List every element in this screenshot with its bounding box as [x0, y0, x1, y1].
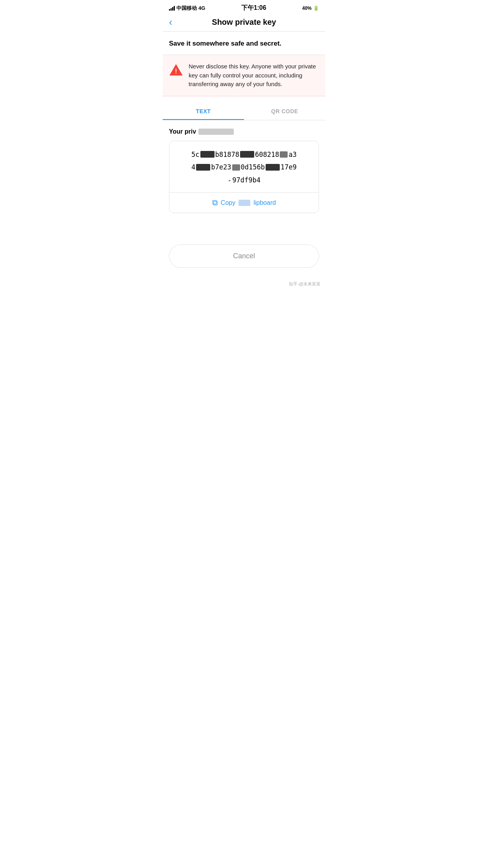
safe-secret-section: Save it somewhere safe and secret.	[163, 32, 325, 55]
label-blur	[198, 129, 234, 135]
key-seg-5: 4	[191, 162, 195, 173]
key-redacted-1	[200, 151, 215, 158]
cancel-button[interactable]: Cancel	[169, 245, 319, 268]
svg-text:!: !	[175, 68, 177, 75]
warning-icon-wrap: !	[169, 63, 183, 79]
key-box: 5c b81878 608218 a3 4 b7e23 0d156b 17	[169, 141, 319, 213]
key-seg-2: b81878	[215, 149, 239, 160]
warning-box: ! Never disclose this key. Anyone with y…	[163, 55, 325, 96]
status-left: 中国移动 4G	[169, 5, 205, 12]
carrier-label: 中国移动	[176, 5, 197, 12]
spacer	[163, 213, 325, 240]
private-key-label: Your priv	[169, 128, 319, 135]
key-content: 5c b81878 608218 a3 4 b7e23 0d156b 17	[176, 149, 312, 186]
key-seg-8: 17e9	[281, 162, 297, 173]
status-bar: 中国移动 4G 下午1:06 40% 🔋	[163, 0, 325, 15]
time-label: 下午1:06	[241, 4, 266, 12]
key-seg-3: 608218	[255, 149, 279, 160]
safe-secret-text: Save it somewhere safe and secret.	[169, 40, 281, 47]
key-seg-10: 97df9b4	[232, 175, 261, 186]
key-seg-7: 0d156b	[241, 162, 265, 173]
key-redacted-5	[232, 164, 240, 171]
copy-to-clipboard-button[interactable]: ⧉ Copy lipboard	[176, 193, 312, 213]
watermark: 知乎-@未来富富	[163, 280, 325, 289]
battery-icon: 🔋	[313, 6, 319, 11]
copy-text-part2: lipboard	[253, 199, 276, 206]
key-seg-6: b7e23	[211, 162, 231, 173]
key-seg-9: -	[227, 175, 231, 186]
label-start: Your priv	[169, 128, 196, 135]
signal-icon	[169, 6, 175, 11]
key-redacted-2	[240, 151, 254, 158]
copy-redact	[238, 200, 250, 206]
tab-qrcode[interactable]: QR CODE	[244, 103, 325, 120]
nav-bar: ‹ Show private key	[163, 15, 325, 32]
status-right: 40% 🔋	[302, 6, 319, 11]
tab-text[interactable]: TEXT	[163, 103, 244, 120]
key-line-2: 4 b7e23 0d156b 17e9	[176, 162, 312, 173]
battery-percent: 40%	[302, 6, 312, 11]
key-redacted-6	[266, 164, 280, 171]
copy-text-part1: Copy	[221, 199, 235, 206]
key-seg-1: 5c	[191, 149, 199, 160]
key-seg-4: a3	[288, 149, 296, 160]
key-line-1: 5c b81878 608218 a3	[176, 149, 312, 160]
back-button[interactable]: ‹	[169, 16, 172, 28]
key-redacted-3	[280, 151, 288, 158]
key-redacted-4	[196, 164, 210, 171]
key-line-3: - 97df9b4	[176, 175, 312, 186]
content-area: Save it somewhere safe and secret. ! Nev…	[163, 32, 325, 289]
tabs-section: TEXT QR CODE	[163, 103, 325, 120]
private-key-section: Your priv 5c b81878 608218 a3 4	[163, 120, 325, 213]
warning-text: Never disclose this key. Anyone with you…	[189, 62, 319, 89]
copy-icon: ⧉	[212, 198, 218, 207]
page-title: Show private key	[212, 18, 276, 27]
warning-triangle-icon: !	[169, 63, 183, 77]
cancel-section: Cancel	[163, 240, 325, 280]
network-label: 4G	[198, 5, 205, 11]
